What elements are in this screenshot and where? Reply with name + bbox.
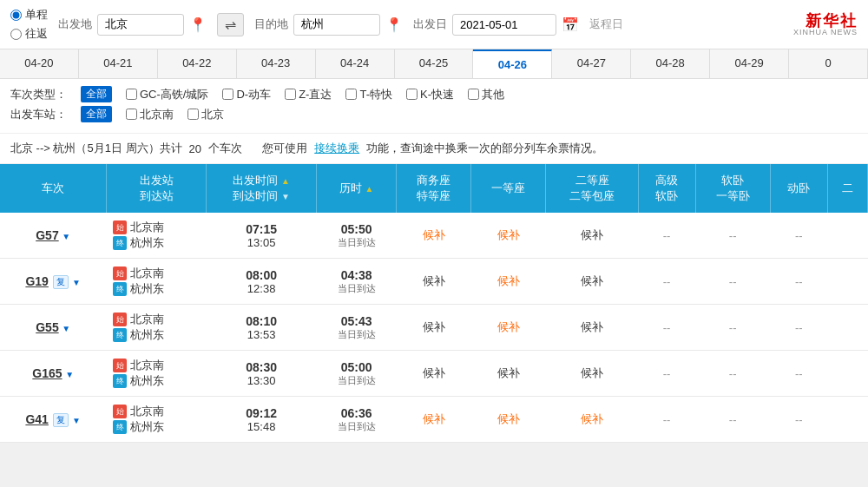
gc-checkbox[interactable] <box>126 89 137 100</box>
bjn-filter[interactable]: 北京南 <box>126 107 174 122</box>
transfer-link[interactable]: 接续换乘 <box>314 141 359 156</box>
train-no[interactable]: G57 <box>36 228 58 242</box>
erdeng-cell: 候补 <box>546 351 638 397</box>
ticket-value[interactable]: 候补 <box>581 320 603 333</box>
train-tag: 复 <box>53 275 69 289</box>
ticket-value[interactable]: 候补 <box>497 366 520 379</box>
yideng-cell: 候补 <box>471 259 546 305</box>
other-filter[interactable]: 其他 <box>468 87 504 102</box>
ticket-value[interactable]: 候补 <box>423 320 445 333</box>
ticket-value[interactable]: 候补 <box>581 228 603 241</box>
expand-arrow[interactable]: ▼ <box>72 416 81 425</box>
date-tab-0428[interactable]: 04-28 <box>631 49 710 78</box>
bjn-checkbox[interactable] <box>126 109 137 120</box>
ticket-dash: -- <box>729 321 737 334</box>
from-station-icon: 始 <box>113 267 127 280</box>
date-tab-0426[interactable]: 04-26 <box>473 49 552 78</box>
date-tab-0421[interactable]: 04-21 <box>79 49 158 78</box>
swap-button[interactable]: ⇌ <box>217 13 244 36</box>
date-tab-0429[interactable]: 04-29 <box>710 49 789 78</box>
date-tab-0420[interactable]: 04-20 <box>0 49 79 78</box>
arrive-time: 13:05 <box>214 236 310 249</box>
ticket-value[interactable]: 候补 <box>581 274 603 287</box>
ticket-value[interactable]: 候补 <box>497 274 520 287</box>
from-station-icon: 始 <box>113 359 127 372</box>
single-trip-radio[interactable] <box>10 10 22 21</box>
from-station-row: 始 北京南 <box>113 220 199 235</box>
time-cell: 07:15 13:05 <box>207 213 317 259</box>
dongwo-cell: -- <box>770 213 827 259</box>
train-tag: 复 <box>53 413 69 427</box>
date-input[interactable] <box>452 14 556 36</box>
yideng-cell: 候补 <box>471 305 546 351</box>
ticket-dash: -- <box>795 321 803 334</box>
bjn-label: 北京南 <box>140 107 174 122</box>
to-station-name: 杭州东 <box>130 235 164 251</box>
k-checkbox[interactable] <box>406 89 418 100</box>
ticket-value[interactable]: 候补 <box>423 366 445 379</box>
col-time[interactable]: 出发时间 ▲ 到达时间 ▼ <box>207 164 317 213</box>
t-filter[interactable]: T-特快 <box>345 87 392 102</box>
type-all-tag[interactable]: 全部 <box>81 86 112 102</box>
d-checkbox[interactable] <box>222 89 233 100</box>
date-tab-0424[interactable]: 04-24 <box>316 49 395 78</box>
ticket-value[interactable]: 候补 <box>497 228 520 241</box>
expand-arrow[interactable]: ▼ <box>62 324 70 333</box>
arrive-time: 13:53 <box>214 328 310 341</box>
from-input[interactable] <box>97 14 184 36</box>
train-no[interactable]: G41 <box>25 412 48 426</box>
d-filter[interactable]: D-动车 <box>222 87 271 102</box>
gc-filter[interactable]: GC-高铁/城际 <box>126 87 208 102</box>
ticket-value[interactable]: 候补 <box>497 412 520 425</box>
ticket-value[interactable]: 候补 <box>497 320 520 333</box>
round-trip-label: 往返 <box>25 26 48 42</box>
train-no-cell: G165 ▼ <box>0 351 106 397</box>
route-text: 北京 --> 杭州（5月1日 周六）共计 <box>10 141 182 156</box>
station-filter-row: 出发车站： 全部 北京南 北京 <box>10 106 858 122</box>
station-cell: 始 北京南 终 杭州东 <box>106 213 206 259</box>
train-no[interactable]: G165 <box>32 366 62 380</box>
dongwo-cell: -- <box>770 305 827 351</box>
date-tab-next[interactable]: 0 <box>789 49 868 78</box>
k-filter[interactable]: K-快速 <box>406 87 454 102</box>
date-tab-0423[interactable]: 04-23 <box>237 49 316 78</box>
col-duration[interactable]: 历时 ▲ <box>317 164 397 213</box>
bj-checkbox[interactable] <box>187 109 199 120</box>
train-no[interactable]: G19 <box>25 274 48 288</box>
calendar-icon[interactable]: 📅 <box>562 16 579 33</box>
col-extra: 二 <box>827 164 867 213</box>
ticket-value[interactable]: 候补 <box>423 412 445 425</box>
train-no[interactable]: G55 <box>36 320 58 334</box>
date-tab-0427[interactable]: 04-27 <box>552 49 631 78</box>
date-tab-0422[interactable]: 04-22 <box>158 49 237 78</box>
other-label: 其他 <box>482 87 504 102</box>
station-all-tag[interactable]: 全部 <box>81 106 112 122</box>
expand-arrow[interactable]: ▼ <box>65 370 74 379</box>
round-trip-radio[interactable] <box>10 29 22 40</box>
ticket-value[interactable]: 候补 <box>581 412 603 425</box>
from-station-row: 始 北京南 <box>113 266 199 281</box>
ticket-value[interactable]: 候补 <box>423 228 445 241</box>
route-count-suffix: 个车次 <box>208 141 242 156</box>
expand-arrow[interactable]: ▼ <box>62 232 70 241</box>
expand-arrow[interactable]: ▼ <box>72 278 81 287</box>
date-tab-0425[interactable]: 04-25 <box>395 49 474 78</box>
single-trip-option[interactable]: 单程 <box>10 7 48 23</box>
gaoji-cell: -- <box>638 213 695 259</box>
date-tabs: 04-20 04-21 04-22 04-23 04-24 04-25 04-2… <box>0 49 868 79</box>
to-station-name: 杭州东 <box>130 281 164 297</box>
dongwo-cell: -- <box>770 259 827 305</box>
round-trip-option[interactable]: 往返 <box>10 26 48 42</box>
z-filter[interactable]: Z-直达 <box>285 87 332 102</box>
ticket-dash: -- <box>729 275 737 288</box>
extra-cell <box>827 213 867 259</box>
t-checkbox[interactable] <box>345 89 357 100</box>
z-checkbox[interactable] <box>285 89 296 100</box>
bj-filter[interactable]: 北京 <box>187 107 224 122</box>
other-checkbox[interactable] <box>468 89 479 100</box>
to-input[interactable] <box>293 14 380 36</box>
filter-section: 车次类型： 全部 GC-高铁/城际 D-动车 Z-直达 T-特快 K-快速 其他… <box>0 79 868 134</box>
ticket-value[interactable]: 候补 <box>581 366 603 379</box>
ticket-value[interactable]: 候补 <box>423 274 445 287</box>
ticket-dash: -- <box>795 367 803 380</box>
